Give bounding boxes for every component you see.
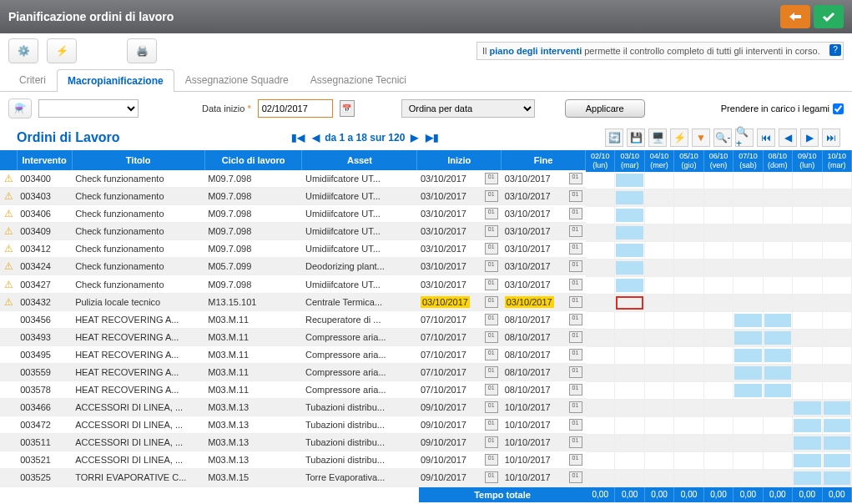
gantt-bar[interactable] bbox=[824, 454, 850, 467]
column-header[interactable]: Ciclo di lavoro bbox=[204, 150, 302, 170]
gantt-row[interactable] bbox=[586, 312, 852, 330]
date-picker-icon[interactable]: 01 bbox=[485, 366, 498, 378]
gantt-day-header[interactable]: 02/10(lun) bbox=[586, 150, 615, 172]
table-row[interactable]: 003472ACCESSORI DI LINEA, ...M03.M.13Tub… bbox=[0, 416, 586, 434]
lightning-button[interactable]: ⚡ bbox=[47, 38, 77, 63]
column-header[interactable]: Fine bbox=[502, 150, 586, 170]
gantt-bar[interactable] bbox=[734, 331, 761, 345]
gantt-row[interactable] bbox=[586, 417, 852, 435]
gantt-bar[interactable] bbox=[616, 296, 643, 310]
pager-next[interactable]: ▶ bbox=[408, 132, 421, 144]
print-button[interactable]: 🖨️ bbox=[127, 38, 157, 63]
tab-macropianificazione[interactable]: Macropianificazione bbox=[57, 69, 174, 92]
table-row[interactable]: ⚠003427Check funzionamentoM09.7.098Umidi… bbox=[0, 275, 586, 293]
date-picker-icon[interactable]: 01 bbox=[569, 279, 582, 290]
gantt-bar[interactable] bbox=[616, 261, 643, 275]
gantt-row[interactable] bbox=[586, 470, 852, 487]
table-row[interactable]: ⚠003412Check funzionamentoM09.7.098Umidi… bbox=[0, 240, 586, 258]
gantt-bar[interactable] bbox=[794, 454, 820, 467]
apply-button[interactable]: Applicare bbox=[565, 99, 645, 118]
date-picker-icon[interactable]: 01 bbox=[485, 349, 498, 360]
gantt-bar[interactable] bbox=[764, 349, 791, 362]
flash-button[interactable]: ⚡ bbox=[670, 129, 688, 147]
gantt-row[interactable] bbox=[586, 330, 852, 347]
pager-last[interactable]: ▶▮ bbox=[423, 132, 441, 144]
gantt-day-header[interactable]: 09/10(lun) bbox=[793, 150, 822, 172]
table-row[interactable]: ⚠003432Pulizia locale tecnicoM13.15.101C… bbox=[0, 293, 586, 310]
date-picker-icon[interactable]: 01 bbox=[485, 419, 498, 431]
date-picker-icon[interactable]: 01 bbox=[569, 436, 582, 448]
gantt-bar[interactable] bbox=[824, 471, 850, 485]
date-picker-icon[interactable]: 01 bbox=[485, 314, 498, 325]
table-row[interactable]: 003456HEAT RECOVERING A...M03.M.11Recupe… bbox=[0, 310, 586, 328]
date-picker-icon[interactable]: 01 bbox=[485, 208, 498, 219]
help-icon[interactable]: ? bbox=[829, 44, 841, 56]
pager-first[interactable]: ▮◀ bbox=[289, 132, 307, 144]
table-row[interactable]: 003559HEAT RECOVERING A...M03.M.11Compre… bbox=[0, 363, 586, 381]
table-row[interactable]: 003493HEAT RECOVERING A...M03.M.11Compre… bbox=[0, 328, 586, 345]
gantt-bar[interactable] bbox=[734, 349, 761, 362]
gantt-row[interactable] bbox=[586, 435, 852, 452]
gantt-row[interactable] bbox=[586, 189, 852, 207]
gantt-day-header[interactable]: 10/10(mar) bbox=[823, 150, 852, 172]
date-picker-icon[interactable]: 01 bbox=[569, 384, 582, 396]
date-picker-icon[interactable]: 01 bbox=[569, 173, 582, 184]
date-picker-icon[interactable]: 01 bbox=[485, 173, 498, 184]
date-picker-icon[interactable]: 01 bbox=[569, 296, 582, 308]
gantt-row[interactable] bbox=[586, 382, 852, 400]
gantt-bar[interactable] bbox=[824, 436, 850, 450]
date-picker-icon[interactable]: 01 bbox=[569, 314, 582, 325]
date-picker-icon[interactable]: 01 bbox=[485, 384, 498, 396]
date-picker-icon[interactable]: 01 bbox=[485, 454, 498, 466]
gantt-bar[interactable] bbox=[824, 401, 850, 415]
gantt-row[interactable] bbox=[586, 295, 852, 312]
gears-button[interactable]: ⚙️ bbox=[8, 38, 38, 63]
gantt-bar[interactable] bbox=[616, 174, 643, 187]
pager-prev[interactable]: ◀ bbox=[310, 132, 322, 144]
gantt-day-header[interactable]: 04/10(mer) bbox=[645, 150, 674, 172]
date-picker-icon[interactable]: 01 bbox=[485, 190, 498, 202]
gantt-row[interactable] bbox=[586, 260, 852, 277]
back-button[interactable] bbox=[780, 5, 810, 28]
table-row[interactable]: ⚠003424Check funzionamentoM05.7.099Deodo… bbox=[0, 258, 586, 275]
date-picker-icon[interactable]: 01 bbox=[485, 471, 498, 483]
gantt-row[interactable] bbox=[586, 365, 852, 382]
calendar-icon[interactable]: 📅 bbox=[340, 100, 355, 117]
gantt-row[interactable] bbox=[586, 277, 852, 295]
gantt-bar[interactable] bbox=[734, 384, 761, 397]
gantt-day-header[interactable]: 03/10(mar) bbox=[615, 150, 644, 172]
table-row[interactable]: ⚠003406Check funzionamentoM09.7.098Umidi… bbox=[0, 205, 586, 223]
filter-dropdown[interactable] bbox=[38, 99, 139, 118]
refresh-button[interactable]: 🔄 bbox=[605, 129, 623, 147]
legami-checkbox-label[interactable]: Prendere in carico i legami bbox=[721, 103, 844, 114]
gantt-bar[interactable] bbox=[616, 244, 643, 257]
column-header[interactable]: Asset bbox=[302, 150, 417, 170]
gantt-bar[interactable] bbox=[764, 384, 791, 397]
table-row[interactable]: 003511ACCESSORI DI LINEA, ...M03.M.13Tub… bbox=[0, 434, 586, 451]
gantt-bar[interactable] bbox=[764, 314, 791, 327]
date-picker-icon[interactable]: 01 bbox=[569, 471, 582, 483]
date-picker-icon[interactable]: 01 bbox=[569, 260, 582, 272]
nav-first[interactable]: ⏮ bbox=[757, 129, 775, 147]
gantt-bar[interactable] bbox=[616, 279, 643, 292]
gantt-day-header[interactable]: 05/10(gio) bbox=[674, 150, 703, 172]
zoom-in-button[interactable]: 🔍+ bbox=[735, 129, 754, 147]
date-picker-icon[interactable]: 01 bbox=[569, 331, 582, 343]
table-row[interactable]: 003495HEAT RECOVERING A...M03.M.11Compre… bbox=[0, 345, 586, 363]
gantt-bar[interactable] bbox=[794, 419, 820, 432]
date-picker-icon[interactable]: 01 bbox=[485, 296, 498, 308]
gantt-row[interactable] bbox=[586, 224, 852, 242]
nav-next[interactable]: ▶ bbox=[800, 129, 819, 147]
filter-funnel-button[interactable]: ⚗️ bbox=[8, 98, 32, 118]
table-row[interactable]: ⚠003400Check funzionamentoM09.7.098Umidi… bbox=[0, 170, 586, 188]
legami-checkbox[interactable] bbox=[833, 103, 844, 114]
gantt-bar[interactable] bbox=[616, 191, 643, 204]
gantt-row[interactable] bbox=[586, 347, 852, 365]
column-header[interactable]: Titolo bbox=[72, 150, 204, 170]
table-row[interactable]: 003578HEAT RECOVERING A...M03.M.11Compre… bbox=[0, 381, 586, 398]
gantt-row[interactable] bbox=[586, 207, 852, 224]
nav-last[interactable]: ⏭ bbox=[822, 129, 840, 147]
date-picker-icon[interactable]: 01 bbox=[569, 419, 582, 431]
confirm-button[interactable] bbox=[814, 5, 844, 28]
gantt-bar[interactable] bbox=[616, 209, 643, 222]
